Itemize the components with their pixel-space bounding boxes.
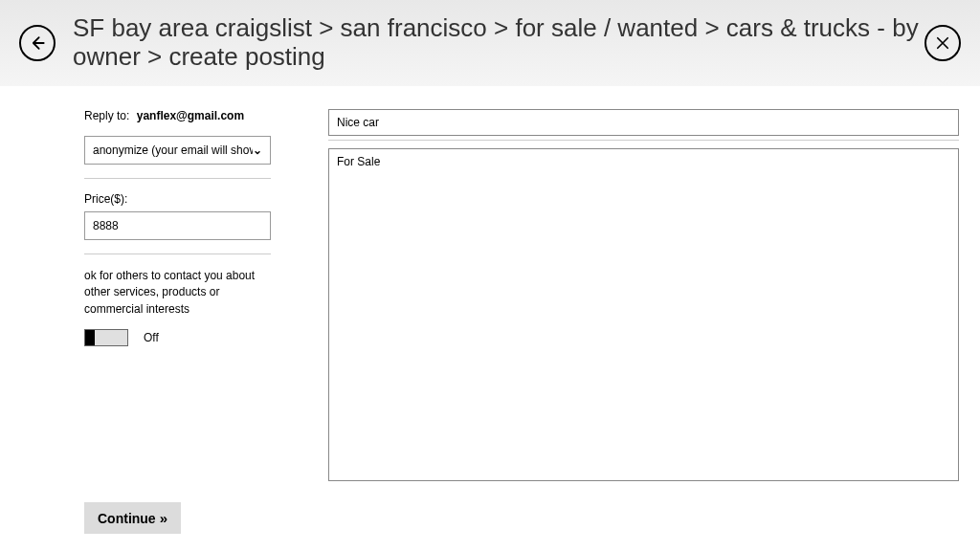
toggle-state-label: Off <box>144 331 159 344</box>
double-chevron-right-icon: » <box>160 510 167 526</box>
chevron-down-icon: ⌄ <box>253 143 262 157</box>
content-area: Reply to: yanflex@gmail.com anonymize (y… <box>0 86 980 485</box>
header-bar: SF bay area craigslist > san francisco >… <box>0 0 980 86</box>
breadcrumb: SF bay area craigslist > san francisco >… <box>73 14 924 72</box>
posting-title-input[interactable] <box>328 109 959 136</box>
reply-to-label: Reply to: <box>84 109 129 122</box>
divider <box>328 140 959 141</box>
divider <box>84 178 271 179</box>
back-button[interactable] <box>19 25 56 61</box>
price-label: Price($): <box>84 192 271 206</box>
close-icon <box>934 34 951 52</box>
price-input[interactable] <box>84 211 271 240</box>
contact-toggle-row: Off <box>84 329 271 346</box>
posting-description-textarea[interactable]: For Sale <box>328 148 959 481</box>
continue-label: Continue <box>98 511 156 526</box>
left-column: Reply to: yanflex@gmail.com anonymize (y… <box>84 109 271 485</box>
divider <box>84 253 271 254</box>
back-arrow-icon <box>28 33 47 53</box>
right-column: For Sale <box>328 109 961 485</box>
contact-ok-text: ok for others to contact you about other… <box>84 268 271 318</box>
toggle-knob <box>85 330 95 345</box>
anonymize-select[interactable]: anonymize (your email will show ⌄ <box>84 136 271 165</box>
reply-to-row: Reply to: yanflex@gmail.com <box>84 109 271 122</box>
anonymize-selected-text: anonymize (your email will show <box>93 143 253 157</box>
contact-toggle[interactable] <box>84 329 128 346</box>
close-button[interactable] <box>924 25 961 61</box>
continue-button[interactable]: Continue » <box>84 502 181 534</box>
reply-to-email: yanflex@gmail.com <box>137 109 244 122</box>
